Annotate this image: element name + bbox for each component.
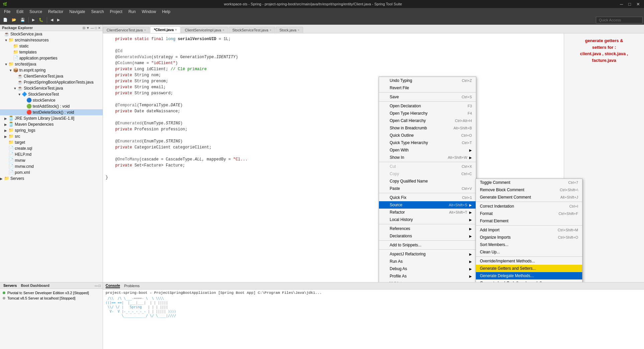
menu-item-help[interactable]: Help — [159, 9, 173, 15]
toolbar-fwd-btn[interactable]: ▶ — [55, 17, 61, 23]
ctx-item-profileas[interactable]: Profile As▶ — [379, 272, 476, 280]
minimize-btn[interactable]: ─ — [619, 2, 624, 7]
tree-node[interactable]: ▼📁src/main/resources — [0, 37, 103, 43]
close-btn[interactable]: ✕ — [635, 2, 641, 7]
tree-node[interactable]: 📄mvnw — [0, 157, 103, 163]
menu-item-source[interactable]: Source — [27, 9, 45, 15]
tree-node[interactable]: 📄HELP.md — [0, 151, 103, 157]
sub-item-formatelement[interactable]: Format Element — [476, 217, 582, 225]
menu-item-window[interactable]: Window — [139, 9, 159, 15]
tree-node[interactable]: ▶🫙Maven Dependencies — [0, 121, 103, 127]
ctx-item-aspectjrefactoring[interactable]: AspectJ Refactoring▶ — [379, 250, 476, 258]
sidebar-min-btn[interactable]: — — [91, 26, 94, 30]
tree-node[interactable]: 📄application.properties — [0, 55, 103, 61]
ctx-item-copy[interactable]: CopyCtrl+C — [379, 170, 476, 178]
ctx-item-debugas[interactable]: Debug As▶ — [379, 265, 476, 272]
tree-node[interactable]: 📄pom.xml — [0, 169, 103, 176]
editor-tab-Clientjava[interactable]: *Client.java× — [150, 26, 180, 33]
tree-node[interactable]: 🔴testDeleteStock() : void — [0, 109, 103, 115]
console-tab-problems[interactable]: Problems — [124, 284, 139, 288]
sidebar-close-btn[interactable]: ✕ — [98, 26, 101, 30]
tab-close[interactable]: × — [175, 28, 177, 31]
ctx-item-quickfix[interactable]: Quick FixCtrl+1 — [379, 194, 476, 201]
ctx-item-opencallhierarchy[interactable]: Open Call HierarchyCtrl+Alt+H — [379, 117, 476, 124]
menu-item-refactor[interactable]: Refactor — [45, 9, 66, 15]
sidebar-menu-btn[interactable]: ▼ — [86, 26, 90, 30]
toolbar-back-btn[interactable]: ◀ — [49, 17, 55, 23]
toolbar-open-btn[interactable]: 📂 — [10, 17, 18, 23]
toolbar-run-btn[interactable]: ▶ — [30, 17, 36, 23]
sub-item-sortmembers...[interactable]: Sort Members... — [476, 241, 582, 248]
sidebar-collapse-btn[interactable]: ⊟ — [83, 26, 85, 30]
ctx-item-openwith[interactable]: Open With▶ — [379, 146, 476, 154]
ctx-item-references[interactable]: References▶ — [379, 225, 476, 232]
sub-item-override/implementmethods...[interactable]: Override/Implement Methods... — [476, 257, 582, 265]
menu-item-navigate[interactable]: Navigate — [67, 9, 88, 15]
server-tab-servers[interactable]: Servers — [2, 283, 18, 287]
server-panel-min[interactable]: — — [95, 284, 98, 287]
tree-node[interactable]: 📁target — [0, 139, 103, 145]
tree-node[interactable]: ▼📦tn.esprit.spring — [0, 67, 103, 73]
sub-item-generatedelegatemethods...[interactable]: Generate Delegate Methods... — [476, 272, 582, 279]
sub-item-generateelementcomment[interactable]: Generate Element CommentAlt+Shift+J — [476, 194, 582, 201]
menu-item-run[interactable]: Run — [126, 9, 138, 15]
ctx-item-refactor[interactable]: RefactorAlt+Shift+T▶ — [379, 209, 476, 216]
toolbar-new-btn[interactable]: 📄 — [1, 17, 9, 23]
tree-node[interactable]: ▼📁src/test/java — [0, 61, 103, 67]
ctx-item-localhistory[interactable]: Local History▶ — [379, 216, 476, 223]
sub-item-correctindentation[interactable]: Correct IndentationCtrl+I — [476, 203, 582, 210]
sub-item-format[interactable]: FormatCtrl+Shift+F — [476, 210, 582, 217]
menu-item-file[interactable]: File — [1, 9, 13, 15]
menu-item-edit[interactable]: Edit — [14, 9, 26, 15]
tree-node[interactable]: ▼🔷StockServiceTest — [0, 91, 103, 97]
toolbar-debug-btn[interactable]: 🐛 — [37, 17, 45, 23]
editor-tab-Stockjava[interactable]: Stock.java× — [276, 27, 303, 33]
console-tab-console[interactable]: Console — [106, 283, 120, 288]
sub-item-generategettersandsetters...[interactable]: Generate Getters and Setters... — [476, 265, 582, 272]
tree-node[interactable]: ☕ProjectSpringBootApplicationTests.java — [0, 79, 103, 85]
ctx-item-validate[interactable]: Validate — [379, 280, 476, 282]
tree-node[interactable]: 🔵stockService — [0, 97, 103, 103]
tree-node[interactable]: 📁templates — [0, 49, 103, 55]
server-item[interactable]: Tomcat v8.5 Server at localhost [Stopped… — [1, 296, 101, 301]
ctx-item-revertfile[interactable]: Revert File — [379, 84, 476, 92]
ctx-item-showin[interactable]: Show InAlt+Shift+W▶ — [379, 154, 476, 161]
tree-node[interactable]: ▶📁spring_logs — [0, 127, 103, 133]
ctx-item-runas[interactable]: Run As▶ — [379, 258, 476, 265]
menu-item-project[interactable]: Project — [107, 9, 125, 15]
ctx-item-save[interactable]: SaveCtrl+S — [379, 93, 476, 101]
tree-node[interactable]: 🟢testAddStock() : void — [0, 103, 103, 109]
editor-tab-ClientServiceImpljava[interactable]: ClientServiceImpl.java× — [181, 27, 228, 33]
server-tab-boot-dashboard[interactable]: Boot Dashboard — [19, 283, 51, 287]
tab-close[interactable]: × — [144, 28, 146, 32]
ctx-item-source[interactable]: SourceAlt+Shift+S▶ — [379, 201, 476, 209]
tab-close[interactable]: × — [298, 28, 299, 32]
tree-node[interactable]: 📁static — [0, 43, 103, 49]
sub-item-generatehashcode()andequals()...[interactable]: Generate hashCode() and equals()... — [476, 279, 582, 282]
tree-node[interactable]: ☕StockService.java — [0, 31, 103, 37]
tree-node[interactable]: 📄create.sql — [0, 145, 103, 151]
ctx-item-copyqualifiedname[interactable]: Copy Qualified Name — [379, 178, 476, 185]
tree-node[interactable]: ▶🫙JRE System Library [JavaSE-1.8] — [0, 115, 103, 121]
tree-node[interactable]: ▼☕StockServiceTest.java — [0, 85, 103, 91]
editor-tab-ClientServiceTestjava[interactable]: ClientServiceTest.java× — [103, 27, 149, 33]
ctx-item-cut[interactable]: CutCtrl+X — [379, 163, 476, 170]
toolbar-save-btn[interactable]: 💾 — [19, 17, 27, 23]
ctx-item-quicktypehierarchy[interactable]: Quick Type HierarchyCtrl+T — [379, 139, 476, 146]
ctx-item-paste[interactable]: PasteCtrl+V — [379, 185, 476, 192]
sidebar-max-btn[interactable]: □ — [95, 26, 97, 30]
server-panel-max[interactable]: □ — [99, 284, 101, 287]
editor-tab-StockServiceTestjava[interactable]: StockServiceTest.java× — [229, 27, 275, 33]
sub-item-organizeimports[interactable]: Organize ImportsCtrl+Shift+O — [476, 234, 582, 241]
quick-access-input[interactable] — [596, 17, 643, 23]
menu-item-search[interactable]: Search — [89, 9, 107, 15]
tree-node[interactable]: ▶📁Servers — [0, 176, 103, 182]
tab-close[interactable]: × — [270, 28, 271, 32]
tree-node[interactable]: ▶📁src — [0, 133, 103, 139]
server-item[interactable]: Pivotal tc Server Developer Edition v3.2… — [1, 290, 101, 296]
tree-node[interactable]: 📄mvnw.cmd — [0, 163, 103, 169]
maximize-btn[interactable]: □ — [627, 2, 632, 7]
ctx-item-addtosnippets...[interactable]: Add to Snippets... — [379, 241, 476, 249]
sub-item-addimport[interactable]: Add ImportCtrl+Shift+M — [476, 226, 582, 234]
tree-node[interactable]: ☕ClientServiceTest.java — [0, 73, 103, 79]
